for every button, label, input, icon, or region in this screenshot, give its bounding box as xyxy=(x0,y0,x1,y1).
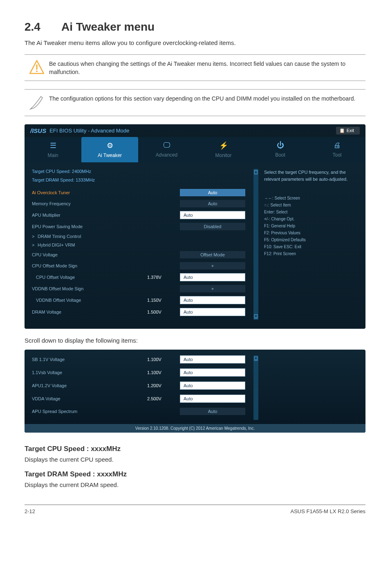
target-cpu-speed: Target CPU Speed: 2400MHz xyxy=(32,169,245,174)
row-apu-multiplier[interactable]: APU Multiplier Auto xyxy=(32,211,245,219)
tool-icon: 🖨 xyxy=(309,141,365,150)
value-apu[interactable]: Auto xyxy=(180,211,245,219)
value-ai-oc[interactable]: Auto xyxy=(180,189,245,196)
keyboard-help: →←: Select Screen ↑↓: Select Item Enter:… xyxy=(264,195,358,257)
label-spread: APU Spread Spectrum xyxy=(32,409,147,414)
row-cpu-voltage[interactable]: CPU Voltage Offset Mode xyxy=(32,251,245,258)
section-target-dram-speed-text: Displays the current DRAM speed. xyxy=(25,481,365,488)
row-vddnb-voltage[interactable]: VDDNB Offset Voltage 1.150V Auto xyxy=(32,296,245,304)
chevron-right-icon: > xyxy=(32,242,38,247)
mid-vsb: 1.100V xyxy=(147,370,180,375)
label-cpu-off-sign: CPU Offset Mode Sign xyxy=(32,263,180,268)
tab-ai-tweaker[interactable]: ⚙Ai Tweaker xyxy=(81,137,138,162)
main-icon: ☰ xyxy=(25,141,81,150)
value-vddnb-sign[interactable]: + xyxy=(180,285,245,292)
label-apu12: APU1.2V Voltage xyxy=(32,383,147,388)
page-heading: 2.4Ai Tweaker menu xyxy=(25,20,365,34)
warning-text: Be cautious when changing the settings o… xyxy=(49,59,365,76)
kb-line: F12: Print Screen xyxy=(264,250,358,257)
mid-vddnb-v: 1.150V xyxy=(147,298,180,303)
row-dram-timing-control[interactable]: >DRAM Timing Control xyxy=(32,234,245,239)
mid-cpu-off-v: 1.378V xyxy=(147,275,180,280)
row-apu-spread-spectrum[interactable]: APU Spread Spectrum Auto xyxy=(32,408,245,415)
bios-version-bar: Version 2.10.1208. Copyright (C) 2012 Am… xyxy=(25,424,365,433)
exit-label: Exit xyxy=(347,128,354,133)
row-hybrid-digi-vrm[interactable]: >Hybrid DIGI+ VRM xyxy=(32,242,245,247)
row-vdda-voltage[interactable]: VDDA Voltage 2.500V Auto xyxy=(32,395,245,403)
scroll-down-icon[interactable]: ▼ xyxy=(254,314,258,319)
tab-ai-label: Ai Tweaker xyxy=(98,153,122,158)
tab-tool[interactable]: 🖨Tool xyxy=(309,137,365,162)
scrollbar[interactable]: ▲ ▼ xyxy=(253,169,258,320)
kb-line: →←: Select Screen xyxy=(264,195,358,202)
value-spread[interactable]: Auto xyxy=(180,408,245,415)
help-text: Select the target CPU frequency, and the… xyxy=(264,169,358,183)
mid-dramv: 1.500V xyxy=(147,310,180,314)
row-sb-voltage[interactable]: SB 1.1V Voltage 1.100V Auto xyxy=(32,355,245,364)
label-dram-timing: DRAM Timing Control xyxy=(38,234,81,239)
tweaker-icon: ⚙ xyxy=(81,141,138,150)
bios-tabs: ☰Main ⚙Ai Tweaker 🖵Advanced ⚡Monitor ⏻Bo… xyxy=(25,137,365,162)
warning-icon xyxy=(25,59,49,76)
tab-monitor[interactable]: ⚡Monitor xyxy=(195,137,252,162)
tab-adv-label: Advanced xyxy=(156,152,177,158)
warning-note-block: Be cautious when changing the settings o… xyxy=(25,54,365,81)
row-dram-voltage[interactable]: DRAM Voltage 1.500V Auto xyxy=(32,308,245,316)
row-vsb-voltage[interactable]: 1.1Vsb Voltage 1.100V Auto xyxy=(32,368,245,377)
tab-advanced[interactable]: 🖵Advanced xyxy=(138,137,195,162)
chevron-right-icon: > xyxy=(32,234,38,239)
row-cpu-offset-sign[interactable]: CPU Offset Mode Sign + xyxy=(32,262,245,269)
boot-icon: ⏻ xyxy=(252,141,309,150)
section-target-cpu-speed-text: Displays the current CPU speed. xyxy=(25,456,365,463)
label-sb: SB 1.1V Voltage xyxy=(32,357,147,362)
scrollbar[interactable]: ▼ xyxy=(253,355,258,420)
value-mem[interactable]: Auto xyxy=(180,200,245,207)
tab-boot-label: Boot xyxy=(275,152,285,158)
value-dramv[interactable]: Auto xyxy=(180,308,245,316)
value-vsb[interactable]: Auto xyxy=(180,368,245,377)
row-vddnb-sign[interactable]: VDDNB Offset Mode Sign + xyxy=(32,285,245,292)
value-sb[interactable]: Auto xyxy=(180,355,245,364)
label-epu: EPU Power Saving Mode xyxy=(32,224,180,229)
scroll-up-icon[interactable]: ▲ xyxy=(254,170,258,175)
value-epu[interactable]: Disabled xyxy=(180,223,245,230)
tab-boot[interactable]: ⏻Boot xyxy=(252,137,309,162)
kb-line: +/-: Change Opt. xyxy=(264,215,358,222)
label-vsb: 1.1Vsb Voltage xyxy=(32,370,147,375)
kb-line: Enter: Select xyxy=(264,209,358,215)
value-vdda[interactable]: Auto xyxy=(180,395,245,403)
row-epu-power-saving[interactable]: EPU Power Saving Mode Disabled xyxy=(32,223,245,230)
config-note-block: The configuration options for this secti… xyxy=(25,89,365,116)
scroll-instruction: Scroll down to display the following ite… xyxy=(25,337,365,344)
label-apu: APU Multiplier xyxy=(32,213,180,218)
value-cpu-off-sign[interactable]: + xyxy=(180,262,245,269)
value-vddnb-v[interactable]: Auto xyxy=(180,296,245,304)
label-vdda: VDDA Voltage xyxy=(32,396,147,401)
value-apu12[interactable]: Auto xyxy=(180,382,245,390)
section-target-dram-speed-heading: Target DRAM Speed : xxxxMHz xyxy=(25,470,365,478)
row-ai-overclock-tuner[interactable]: Ai Overclock Tuner Auto xyxy=(32,189,245,196)
bios-exit-button[interactable]: 📋Exit xyxy=(336,127,360,135)
kb-line: F10: Save ESC: Exit xyxy=(264,243,358,250)
tab-tool-label: Tool xyxy=(332,152,341,158)
label-vddnb-sign: VDDNB Offset Mode Sign xyxy=(32,286,180,291)
svg-point-1 xyxy=(36,71,38,72)
value-cpuv[interactable]: Offset Mode xyxy=(180,251,245,258)
exit-icon: 📋 xyxy=(339,128,345,133)
value-cpu-off-v[interactable]: Auto xyxy=(180,273,245,281)
tab-main[interactable]: ☰Main xyxy=(25,137,81,162)
scroll-down-icon[interactable]: ▼ xyxy=(254,356,258,361)
row-apu12-voltage[interactable]: APU1.2V Voltage 1.200V Auto xyxy=(32,382,245,390)
kb-line: F1: General Help xyxy=(264,222,358,229)
section-target-cpu-speed-heading: Target CPU Speed : xxxxMHz xyxy=(25,445,365,453)
label-cpuv: CPU Voltage xyxy=(32,252,180,257)
label-cpu-off-v: CPU Offset Voltage xyxy=(32,275,147,280)
label-hybrid: Hybrid DIGI+ VRM xyxy=(38,242,75,247)
kb-line: F5: Optimized Defaults xyxy=(264,236,358,243)
row-memory-frequency[interactable]: Memory Frequency Auto xyxy=(32,200,245,207)
row-cpu-offset-voltage[interactable]: CPU Offset Voltage 1.378V Auto xyxy=(32,273,245,281)
tab-main-label: Main xyxy=(47,153,58,158)
kb-line: F2: Previous Values xyxy=(264,229,358,236)
indent-label: CPU Offset Voltage xyxy=(32,275,75,280)
footer-product-name: ASUS F1A55-M LX R2.0 Series xyxy=(290,508,365,514)
